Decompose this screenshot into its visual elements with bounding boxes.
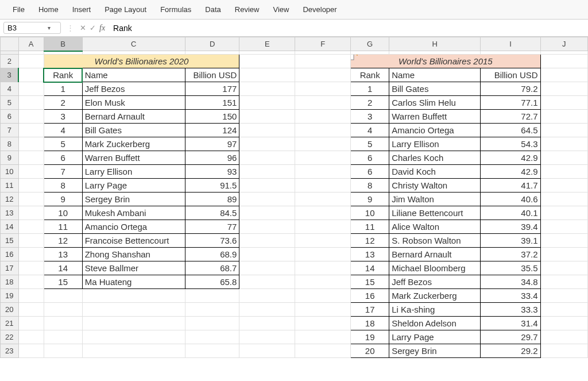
- cell-A4[interactable]: [18, 82, 44, 96]
- cell-A8[interactable]: [18, 137, 44, 151]
- cell-B7[interactable]: 4: [44, 124, 82, 137]
- cell-D16[interactable]: 68.9: [185, 248, 239, 261]
- formula-bar-input[interactable]: [109, 22, 585, 34]
- cell-C14[interactable]: Amancio Ortega: [82, 220, 185, 234]
- cell-J16[interactable]: [540, 248, 587, 261]
- cell-J10[interactable]: [540, 165, 587, 179]
- cell-B20[interactable]: [44, 303, 82, 317]
- cell-I17[interactable]: 35.5: [481, 261, 540, 275]
- cell-E8[interactable]: [239, 137, 295, 151]
- cell-H7[interactable]: Amancio Ortega: [389, 124, 481, 137]
- cell-H12[interactable]: Jim Walton: [389, 193, 481, 206]
- ribbon-tab-formulas[interactable]: Formulas: [159, 3, 192, 16]
- cell-G22[interactable]: 19: [351, 330, 389, 344]
- cell-H6[interactable]: Warren Buffett: [389, 110, 481, 124]
- cell-C19[interactable]: [82, 289, 185, 303]
- cell-E14[interactable]: [239, 220, 295, 234]
- cell-C7[interactable]: Bill Gates: [82, 124, 185, 137]
- cell-D14[interactable]: 77: [185, 220, 239, 234]
- cell-A21[interactable]: [18, 317, 44, 330]
- cell-G5[interactable]: 2: [351, 96, 389, 110]
- cell-G16[interactable]: 13: [351, 248, 389, 261]
- cell-A22[interactable]: [18, 330, 44, 344]
- cell-J11[interactable]: [540, 179, 587, 193]
- cell-B10[interactable]: 7: [44, 165, 82, 179]
- cell-B12[interactable]: 9: [44, 193, 82, 206]
- cell-I21[interactable]: 31.4: [481, 317, 540, 330]
- column-header-E[interactable]: E: [239, 37, 295, 51]
- cell-A7[interactable]: [18, 124, 44, 137]
- cell-G7[interactable]: 4: [351, 124, 389, 137]
- cell-H5[interactable]: Carlos Slim Helu: [389, 96, 481, 110]
- cell-G12[interactable]: 9: [351, 193, 389, 206]
- cell-E20[interactable]: [239, 303, 295, 317]
- cell-A10[interactable]: [18, 165, 44, 179]
- cell-B13[interactable]: 10: [44, 206, 82, 220]
- cell-F16[interactable]: [295, 248, 351, 261]
- cell-F9[interactable]: [295, 151, 351, 165]
- cell-E6[interactable]: [239, 110, 295, 124]
- cell-H3[interactable]: Name: [389, 68, 481, 82]
- row-header-16[interactable]: 16: [1, 248, 19, 261]
- cell-D7[interactable]: 124: [185, 124, 239, 137]
- column-header-D[interactable]: D: [185, 37, 239, 51]
- ribbon-tab-file[interactable]: File: [11, 3, 26, 16]
- row-header-2[interactable]: 2: [1, 55, 19, 68]
- row-header-7[interactable]: 7: [1, 124, 19, 137]
- cell-J18[interactable]: [540, 275, 587, 289]
- cell-A6[interactable]: [18, 110, 44, 124]
- cell-B14[interactable]: 11: [44, 220, 82, 234]
- cell-I19[interactable]: 33.4: [481, 289, 540, 303]
- column-header-G[interactable]: G: [351, 37, 389, 51]
- cell-I7[interactable]: 64.5: [481, 124, 540, 137]
- cell-E16[interactable]: [239, 248, 295, 261]
- cell-G20[interactable]: 17: [351, 303, 389, 317]
- cell-E15[interactable]: [239, 234, 295, 248]
- cancel-icon[interactable]: ✕: [80, 24, 86, 32]
- cell-J21[interactable]: [540, 317, 587, 330]
- cell-G3[interactable]: Rank: [351, 68, 389, 82]
- cell-F21[interactable]: [295, 317, 351, 330]
- cell-H14[interactable]: Alice Walton: [389, 220, 481, 234]
- cell-D4[interactable]: 177: [185, 82, 239, 96]
- row-header-22[interactable]: 22: [1, 330, 19, 344]
- row-header-6[interactable]: 6: [1, 110, 19, 124]
- cell-F5[interactable]: [295, 96, 351, 110]
- cell-D19[interactable]: [185, 289, 239, 303]
- cell-C23[interactable]: [82, 344, 185, 358]
- column-header-F[interactable]: F: [295, 37, 351, 51]
- row-header-21[interactable]: 21: [1, 317, 19, 330]
- cell-I11[interactable]: 41.7: [481, 179, 540, 193]
- cell-D20[interactable]: [185, 303, 239, 317]
- column-header-H[interactable]: H: [389, 37, 481, 51]
- cell-E5[interactable]: [239, 96, 295, 110]
- cell-E4[interactable]: [239, 82, 295, 96]
- cell-D6[interactable]: 150: [185, 110, 239, 124]
- cell-B3[interactable]: Rank: [44, 68, 82, 82]
- cell-E3[interactable]: [239, 68, 295, 82]
- name-box[interactable]: ▾: [3, 22, 61, 34]
- cell-B21[interactable]: [44, 317, 82, 330]
- cell-F23[interactable]: [295, 344, 351, 358]
- cell-H8[interactable]: Larry Ellison: [389, 137, 481, 151]
- cell-F11[interactable]: [295, 179, 351, 193]
- row-header-13[interactable]: 13: [1, 206, 19, 220]
- cell-A19[interactable]: [18, 289, 44, 303]
- cell-I9[interactable]: 42.9: [481, 151, 540, 165]
- cell-J23[interactable]: [540, 344, 587, 358]
- cell-B6[interactable]: 3: [44, 110, 82, 124]
- cell-J3[interactable]: [540, 68, 587, 82]
- cell-A11[interactable]: [18, 179, 44, 193]
- cell-I3[interactable]: Billion USD: [481, 68, 540, 82]
- row-header-9[interactable]: 9: [1, 151, 19, 165]
- cell-I15[interactable]: 39.1: [481, 234, 540, 248]
- cell-G11[interactable]: 8: [351, 179, 389, 193]
- cell-C10[interactable]: Larry Ellison: [82, 165, 185, 179]
- cell-B17[interactable]: 14: [44, 261, 82, 275]
- cell-B9[interactable]: 6: [44, 151, 82, 165]
- cell-A3[interactable]: [18, 68, 44, 82]
- cell-J17[interactable]: [540, 261, 587, 275]
- column-header-C[interactable]: C: [82, 37, 185, 51]
- cell-B22[interactable]: [44, 330, 82, 344]
- cell-C21[interactable]: [82, 317, 185, 330]
